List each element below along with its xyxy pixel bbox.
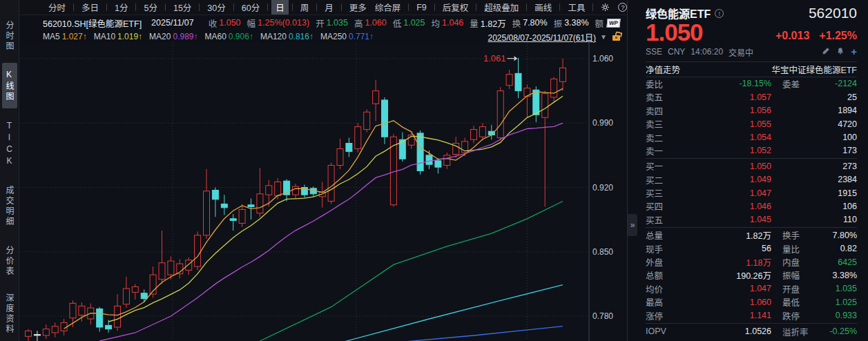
period-tab-1分[interactable]: 1分: [110, 0, 132, 14]
stat-label: 最低: [771, 295, 829, 309]
candle-body: [70, 303, 76, 318]
stat-value: 1.18万: [682, 255, 771, 269]
ma-label: MA10: [94, 32, 115, 41]
date-range-label[interactable]: 2025/08/07-2025/11/07(61日): [488, 31, 597, 43]
kline-chart-area[interactable]: 1.0600.9900.9200.8500.7801.061: [19, 43, 627, 341]
toolbar-item-F9[interactable]: F9: [412, 2, 431, 13]
info-icon[interactable]: !: [715, 9, 724, 18]
candle-body: [444, 155, 450, 166]
period-tab-更多[interactable]: 更多: [345, 0, 371, 14]
book-level-label: 卖五: [646, 90, 682, 104]
stat-value: 0.82: [829, 244, 857, 253]
alert-bell-icon[interactable]: [836, 47, 845, 57]
y-axis-tick: 0.780: [592, 311, 613, 321]
candle-body: [382, 100, 388, 137]
toolbar-separator: [476, 3, 476, 11]
period-tab-月[interactable]: 月: [320, 0, 338, 14]
sidebar-tab-分价表[interactable]: 分价表: [2, 242, 17, 281]
toolbar-item-后复权[interactable]: 后复权: [438, 0, 473, 14]
sidebar-tab-分时图[interactable]: 分时图: [2, 17, 17, 56]
weibi-label: 委比: [646, 77, 682, 90]
ma-label: MA5: [43, 32, 60, 41]
candle-body: [346, 144, 352, 152]
lock-icon[interactable]: [613, 35, 620, 41]
sidebar-tab-成交明细[interactable]: 成交明细: [2, 179, 17, 234]
period-tab-15分[interactable]: 15分: [169, 0, 195, 14]
book-level-label: 卖二: [646, 131, 682, 144]
book-price: 1.056: [682, 106, 771, 115]
period-tab-5分[interactable]: 5分: [139, 0, 161, 14]
collapse-panel-button[interactable]: »: [628, 214, 637, 236]
period-tab-分时[interactable]: 分时: [44, 0, 70, 14]
book-price: 1.055: [682, 119, 771, 129]
book-volume: 4720: [771, 119, 857, 129]
stat-row-涨停: 涨停1.141跌停0.933: [646, 309, 857, 322]
book-volume: 173: [771, 146, 857, 155]
candle-body: [248, 205, 254, 207]
kline-chart-svg[interactable]: 1.0600.9900.9200.8500.7801.061: [19, 43, 627, 341]
trading-status: 交易中: [729, 46, 753, 58]
book-row-买四: 买四1.046106: [646, 199, 857, 213]
field-label-开: 开: [316, 17, 325, 30]
book-price: 1.047: [682, 188, 771, 198]
period-tab-30分[interactable]: 30分: [203, 0, 229, 14]
book-row-卖五: 卖五1.05725: [646, 90, 857, 104]
candle-body: [186, 260, 192, 271]
stat-value: 1.047: [682, 284, 771, 293]
stat-label: 开盘: [771, 282, 829, 295]
stat-row-IOPV: IOPV1.0526溢折率-0.25%: [646, 324, 857, 339]
stat-row-外盘: 外盘1.18万内盘6425: [646, 255, 857, 269]
toolbar-item-工具[interactable]: 工具: [563, 0, 589, 14]
toolbar-separator: [233, 3, 234, 11]
book-volume: 1915: [771, 188, 857, 198]
stat-row-最高: 最高1.060最低1.025: [646, 295, 857, 309]
edit-pencil-icon[interactable]: [822, 47, 830, 57]
toolbar-item-画线[interactable]: 画线: [530, 0, 556, 14]
wp-badge: WP: [606, 19, 620, 28]
book-volume: 100: [771, 133, 857, 142]
field-label-振: 振: [554, 17, 563, 30]
stat-label: 量比: [771, 242, 829, 255]
toolbar-separator: [292, 3, 293, 11]
add-to-watchlist-icon[interactable]: +: [851, 48, 857, 55]
toolbar-separator: [165, 3, 166, 11]
range-dropdown-icon[interactable]: ▼: [600, 33, 607, 41]
candle-body: [212, 190, 218, 199]
book-level-label: 买一: [646, 159, 682, 173]
toolbar-separator: [106, 3, 107, 11]
fund-full-name: 华宝中证绿色能源ETF: [771, 63, 857, 76]
high-annotation-label: 1.061: [483, 53, 506, 64]
period-tab-周[interactable]: 周: [296, 0, 314, 14]
period-tab-60分[interactable]: 60分: [238, 0, 264, 14]
candle-body: [115, 306, 121, 327]
last-price: 1.050: [646, 20, 703, 46]
candle-body: [52, 327, 58, 333]
nav-trend-link[interactable]: 净值走势: [646, 63, 680, 76]
ma-legend-MA120: MA1200.816↑: [260, 32, 314, 41]
settings-gear-icon[interactable]: [601, 3, 610, 12]
period-tab-日[interactable]: 日: [271, 0, 289, 14]
book-row-买五: 买五1.045110: [646, 213, 857, 226]
left-tab-strip: 分时图K线图TICK成交明细分价表深度资料: [0, 0, 19, 341]
weicha-value: -2124: [829, 79, 857, 88]
sidebar-tab-K线图[interactable]: K线图: [2, 63, 17, 108]
toolbar-item-综合屏[interactable]: 综合屏: [371, 0, 405, 14]
field-label-收: 收: [209, 17, 218, 30]
candle-body: [204, 191, 210, 235]
sidebar-tab-TICK[interactable]: TICK: [2, 119, 17, 170]
period-tab-多日[interactable]: 多日: [77, 0, 103, 14]
candle-body: [506, 75, 512, 86]
ma-label: MA120: [260, 32, 287, 41]
stat-row-总额: 总额190.26万振幅3.38%: [646, 269, 857, 282]
ma-label: MA250: [320, 32, 347, 41]
field-value-均: 1.046: [442, 18, 463, 28]
sidebar-tab-深度资料[interactable]: 深度资料: [2, 287, 17, 341]
stat-value: 1.0526: [682, 327, 771, 336]
toolbar-item-超级叠加[interactable]: 超级叠加: [480, 0, 523, 14]
toolbar-separator: [559, 3, 560, 11]
ma-value: 1.027↑: [62, 32, 87, 41]
help-icon[interactable]: ?: [618, 3, 627, 12]
toolbar-separator: [73, 3, 74, 11]
toolbar-right: 综合屏F9后复权超级叠加画线工具 ? >: [371, 0, 642, 14]
book-row-卖二: 卖二1.054100: [646, 130, 857, 144]
